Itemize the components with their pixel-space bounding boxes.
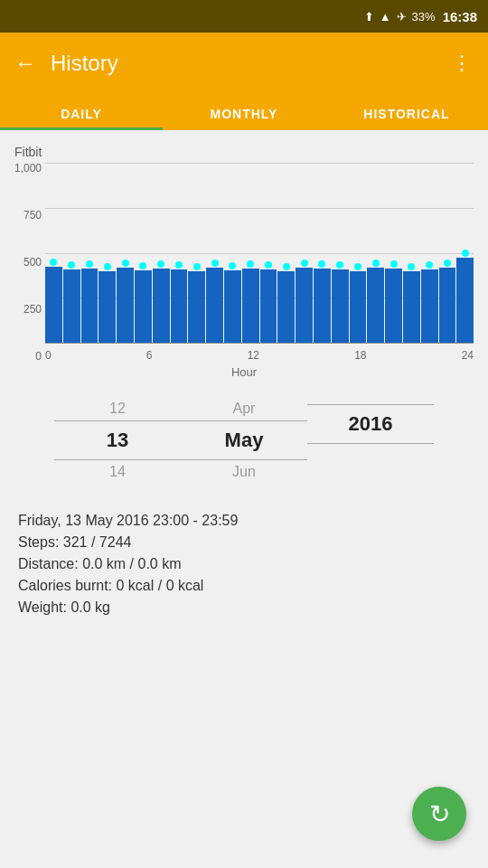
y-label-500: 500 [14,257,42,268]
day-next[interactable]: 14 [54,460,181,484]
bar-fill [188,271,205,344]
bar-item [332,181,349,344]
bar-fill [456,258,474,344]
calories-label: Calories burnt: 0 kcal / 0 kcal [18,578,470,594]
year-current: 2016 [307,405,434,444]
bar-dot [157,260,164,268]
x-label-24: 24 [462,349,474,362]
bar-dot [408,263,415,270]
x-label-0: 0 [45,349,52,362]
status-bar: ⬆ ▲ ✈ 33% 16:38 [0,0,488,33]
bar-fill [135,270,152,344]
y-label-750: 750 [14,210,42,221]
chart-plot: 0 6 12 18 24 [45,163,474,362]
bar-dot [247,260,254,268]
bar-item [439,181,456,344]
bar-dot [211,259,219,267]
bar-fill [224,270,241,344]
bar-fill [403,271,420,344]
x-axis-title: Hour [14,365,474,379]
bar-item [277,181,295,344]
date-col-day[interactable]: 12 13 14 [54,397,181,484]
bar-dot [301,259,308,267]
bar-fill [350,271,367,344]
day-prev[interactable]: 12 [54,397,181,421]
bar-fill [117,268,134,344]
bar-fill [296,268,313,344]
datetime-label: Friday, 13 May 2016 23:00 - 23:59 [18,513,470,529]
top-bar-left: ← History [14,51,118,76]
tab-monthly[interactable]: MONTHLY [163,94,325,130]
x-axis-line [45,343,474,344]
bar-dot [68,261,75,269]
bars-row [45,181,474,344]
bar-dot [265,261,272,269]
bar-dot [372,259,380,267]
month-current: May [181,421,307,460]
day-current: 13 [54,421,181,460]
bar-fill [439,268,456,344]
date-col-month[interactable]: Apr May Jun [181,397,307,484]
bar-dot [444,259,451,267]
steps-label: Steps: 321 / 7244 [18,534,470,551]
page-title: History [51,51,118,76]
x-axis: 0 6 12 18 24 [45,349,474,362]
bar-fill [260,269,277,344]
bar-item [117,181,134,344]
y-axis: 1,000 750 500 250 0 [14,163,42,362]
bar-fill [421,269,438,344]
year-prev[interactable] [307,397,434,405]
bar-item [171,181,188,344]
x-label-6: 6 [146,349,153,362]
more-options-button[interactable]: ⋮ [452,52,474,75]
back-button[interactable]: ← [14,51,36,76]
tab-daily[interactable]: DAILY [0,94,163,130]
chart-container: 1,000 750 500 250 0 0 6 [14,163,474,362]
date-col-year[interactable]: 2016 [307,397,434,484]
bar-item [242,181,259,344]
bar-dot [462,250,469,257]
bar-dot [426,261,433,269]
bar-dot [283,263,290,270]
bar-dot [50,259,57,266]
bar-fill [99,271,116,344]
bar-fill [63,269,80,344]
airplane-icon: ✈ [397,10,407,24]
bar-fill [332,269,349,344]
bar-item [224,181,241,344]
bar-dot [104,263,111,270]
refresh-fab[interactable]: ↻ [412,787,466,841]
info-section: Friday, 13 May 2016 23:00 - 23:59 Steps:… [0,498,488,636]
status-time: 16:38 [443,9,477,24]
bar-fill [45,267,62,344]
bar-dot [318,260,325,268]
month-next[interactable]: Jun [181,460,307,484]
battery-text: 33% [412,10,436,24]
month-prev[interactable]: Apr [181,397,307,421]
bar-dot [229,262,236,269]
bar-dot [175,261,183,269]
bar-fill [242,269,259,344]
bar-fill [277,271,295,344]
x-label-12: 12 [248,349,259,362]
bar-fill [153,269,170,344]
bar-fill [367,268,384,344]
bar-dot [122,259,129,267]
y-label-1000: 1,000 [14,163,42,174]
bar-item [403,181,420,344]
x-label-18: 18 [354,349,366,362]
date-picker[interactable]: 12 13 14 Apr May Jun 2016 [0,379,488,498]
bar-item [421,181,438,344]
year-next[interactable] [307,444,434,451]
weight-label: Weight: 0.0 kg [18,599,470,616]
bar-item [385,181,402,344]
status-icons: ⬆ ▲ ✈ 33% [364,10,436,24]
y-label-250: 250 [14,304,42,315]
bar-item [99,181,116,344]
bar-fill [206,268,223,344]
bluetooth-icon: ⬆ [364,10,374,24]
tab-historical[interactable]: HISTORICAL [325,94,488,130]
y-label-0: 0 [14,351,42,362]
bar-dot [336,261,343,269]
bar-fill [314,269,331,344]
